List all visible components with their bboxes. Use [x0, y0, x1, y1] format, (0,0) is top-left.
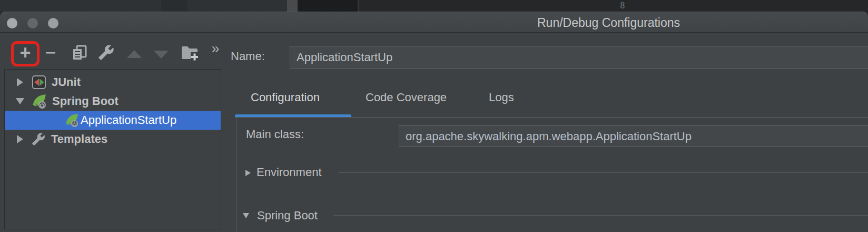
background-panel-divider: [161, 0, 188, 12]
zoom-window-button[interactable]: [48, 18, 58, 28]
edit-templates-wrench-icon[interactable]: [98, 44, 114, 61]
dialog-title: Run/Debug Configurations: [537, 16, 680, 30]
junit-red-arrow: [34, 79, 39, 86]
background-editor-divider: [358, 0, 359, 12]
tree-row-spring-boot[interactable]: Spring Boot: [5, 92, 220, 111]
tree-row-junit[interactable]: JUnit: [5, 73, 220, 92]
spring-boot-icon: [32, 94, 46, 109]
more-actions-button[interactable]: »: [207, 40, 223, 57]
section-divider: [339, 172, 868, 173]
tab-configuration[interactable]: Configuration: [251, 91, 320, 104]
tree-item-label: Spring Boot: [52, 94, 119, 108]
junit-icon: [32, 75, 46, 89]
editor-line-number: 8: [620, 1, 625, 11]
main-class-label: Main class:: [246, 128, 304, 141]
chevron-down-icon[interactable]: [16, 98, 24, 104]
screenshot-root: 8 Run/Debug Configurations + −: [0, 0, 868, 232]
tree-row-templates[interactable]: Templates: [5, 130, 220, 149]
new-folder-icon[interactable]: [181, 44, 199, 61]
configurations-tree: JUnit Spring Boot App: [4, 69, 221, 229]
tree-item-label: ApplicationStartUp: [81, 113, 176, 127]
run-debug-configurations-dialog: Run/Debug Configurations + − »: [0, 12, 868, 232]
remove-configuration-button[interactable]: −: [40, 42, 61, 64]
background-window: 8: [0, 0, 868, 12]
wrench-icon: [32, 132, 45, 146]
chevron-down-icon[interactable]: [243, 213, 249, 218]
move-down-icon[interactable]: [154, 51, 169, 59]
move-up-icon[interactable]: [127, 50, 142, 58]
name-input[interactable]: [290, 46, 868, 69]
tree-item-label: JUnit: [52, 75, 81, 89]
chevron-right-icon[interactable]: [17, 135, 23, 143]
name-label: Name:: [231, 50, 265, 63]
spring-boot-icon: [65, 113, 78, 127]
chevron-right-icon[interactable]: [245, 170, 251, 176]
dialog-titlebar[interactable]: Run/Debug Configurations: [0, 12, 868, 33]
chevron-right-icon[interactable]: [17, 78, 23, 86]
background-panel: [0, 0, 287, 12]
background-editor-gutter: 8: [298, 0, 358, 12]
tree-row-applicationstartup-selected[interactable]: ApplicationStartUp: [5, 111, 221, 130]
section-environment[interactable]: Environment: [257, 166, 322, 179]
red-highlight-annotation: [11, 41, 40, 66]
section-spring-boot[interactable]: Spring Boot: [257, 209, 318, 223]
close-window-button[interactable]: [7, 18, 17, 28]
main-class-input[interactable]: [399, 125, 868, 147]
background-scrollbar: [287, 0, 298, 12]
tab-code-coverage[interactable]: Code Coverage: [366, 91, 447, 104]
copy-configuration-icon[interactable]: [72, 45, 87, 61]
junit-green-arrow: [40, 79, 44, 86]
tree-item-label: Templates: [51, 132, 107, 146]
tab-logs[interactable]: Logs: [489, 91, 514, 104]
minimize-window-button[interactable]: [27, 18, 38, 28]
section-divider: [333, 215, 868, 216]
